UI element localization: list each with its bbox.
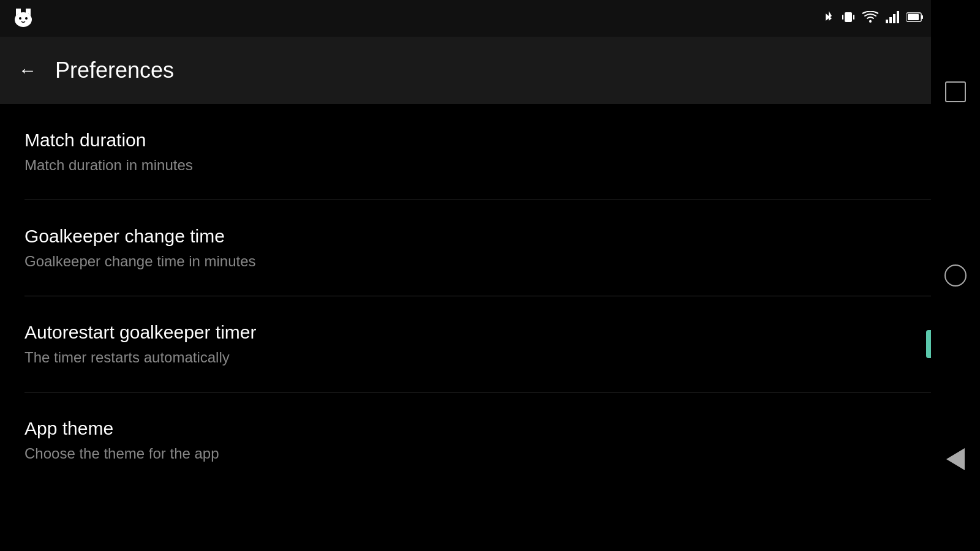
battery-icon xyxy=(907,12,924,26)
triangle-nav-button[interactable] xyxy=(940,443,971,475)
preferences-list: Match duration Match duration in minutes… xyxy=(0,104,980,488)
pref-item-match-duration[interactable]: Match duration Match duration in minutes xyxy=(0,104,980,200)
status-bar-left xyxy=(12,7,34,29)
pref-title-match-duration: Match duration xyxy=(24,130,956,151)
pref-item-goalkeeper-change-time[interactable]: Goalkeeper change time Goalkeeper change… xyxy=(0,200,980,296)
square-icon xyxy=(945,81,966,102)
bluetooth-icon xyxy=(823,10,834,28)
back-button[interactable]: ← xyxy=(18,61,37,80)
signal-icon xyxy=(886,11,899,26)
pref-subtitle-app-theme: Choose the theme for the app xyxy=(24,445,956,462)
status-bar: 19:20 xyxy=(0,0,980,37)
page-title: Preferences xyxy=(55,58,174,83)
pref-text-autorestart: Autorestart goalkeeper timer The timer r… xyxy=(24,322,925,366)
triangle-icon xyxy=(946,448,965,470)
svg-rect-10 xyxy=(897,11,899,23)
pref-title-goalkeeper-change-time: Goalkeeper change time xyxy=(24,226,956,247)
nav-buttons xyxy=(931,0,980,551)
svg-rect-7 xyxy=(886,20,888,23)
pref-item-autorestart-goalkeeper-timer[interactable]: Autorestart goalkeeper timer The timer r… xyxy=(0,296,980,392)
svg-point-1 xyxy=(19,17,21,20)
svg-point-6 xyxy=(869,20,872,23)
svg-rect-9 xyxy=(893,14,895,23)
svg-rect-3 xyxy=(845,12,852,22)
circle-nav-button[interactable] xyxy=(940,260,971,291)
svg-point-2 xyxy=(25,17,28,20)
app-logo-icon xyxy=(12,7,34,29)
pref-title-app-theme: App theme xyxy=(24,418,956,439)
pref-subtitle-match-duration: Match duration in minutes xyxy=(24,157,956,174)
svg-rect-8 xyxy=(889,17,892,23)
app-bar: ← Preferences xyxy=(0,37,980,104)
svg-rect-5 xyxy=(853,15,854,20)
vibrate-icon xyxy=(842,10,855,27)
pref-subtitle-autorestart: The timer restarts automatically xyxy=(24,349,925,366)
svg-point-0 xyxy=(15,12,32,27)
svg-rect-4 xyxy=(842,15,843,20)
svg-rect-12 xyxy=(921,15,923,19)
pref-title-autorestart: Autorestart goalkeeper timer xyxy=(24,322,925,343)
square-nav-button[interactable] xyxy=(940,76,971,108)
svg-rect-13 xyxy=(908,14,919,20)
pref-item-app-theme[interactable]: App theme Choose the theme for the app xyxy=(0,392,980,488)
wifi-icon xyxy=(862,11,878,26)
pref-subtitle-goalkeeper-change-time: Goalkeeper change time in minutes xyxy=(24,253,956,270)
circle-icon xyxy=(944,264,967,287)
